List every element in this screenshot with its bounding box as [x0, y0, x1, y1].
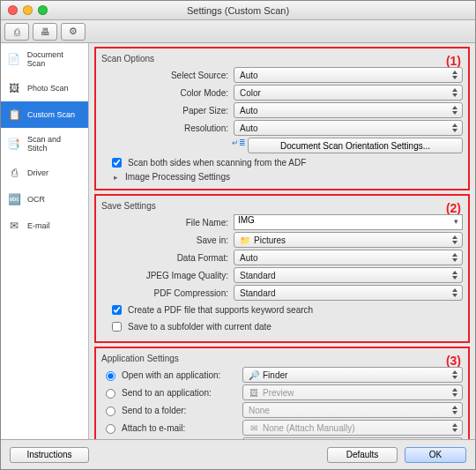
- sidebar-item-photo-scan[interactable]: 🖼Photo Scan: [1, 75, 88, 101]
- sidebar: 📄Document Scan 🖼Photo Scan 📋Custom Scan …: [1, 43, 89, 439]
- annotation-3: (3): [446, 354, 461, 368]
- attach-email-dropdown[interactable]: ✉None (Attach Manually): [242, 420, 463, 436]
- pdf-keyword-search-checkbox[interactable]: Create a PDF file that supports keyword …: [108, 302, 463, 317]
- driver-icon: ⎙: [6, 167, 22, 179]
- sidebar-item-label: Scan and Stitch: [27, 135, 83, 153]
- email-icon: ✉: [6, 220, 22, 232]
- pdf-compression-dropdown[interactable]: Standard: [234, 285, 463, 301]
- save-subfolder-checkbox[interactable]: Save to a subfolder with current date: [108, 319, 463, 334]
- ok-button[interactable]: OK: [405, 447, 466, 463]
- sidebar-item-driver[interactable]: ⎙Driver: [1, 160, 88, 186]
- minimize-icon[interactable]: [23, 5, 33, 15]
- select-source-dropdown[interactable]: Auto: [234, 67, 463, 83]
- close-icon[interactable]: [8, 5, 18, 15]
- image-processing-disclosure[interactable]: ▸Image Processing Settings: [114, 172, 463, 182]
- open-with-app-radio[interactable]: Open with an application:: [101, 369, 220, 381]
- photo-icon: 🖼: [6, 82, 22, 94]
- paper-size-dropdown[interactable]: Auto: [234, 102, 463, 118]
- defaults-button[interactable]: Defaults: [327, 447, 398, 463]
- sidebar-item-label: Document Scan: [27, 50, 83, 68]
- sidebar-item-email[interactable]: ✉E-mail: [1, 213, 88, 239]
- sidebar-item-ocr[interactable]: 🔤OCR: [1, 186, 88, 213]
- file-name-input[interactable]: IMG: [234, 214, 463, 230]
- custom-icon: 📋: [6, 108, 22, 121]
- zoom-icon[interactable]: [38, 5, 48, 15]
- resolution-dropdown[interactable]: Auto: [234, 120, 463, 136]
- content-area: (1) Scan Options Select Source:Auto Colo…: [89, 43, 475, 439]
- sidebar-item-label: OCR: [27, 195, 45, 204]
- data-format-dropdown[interactable]: Auto: [234, 250, 463, 265]
- application-settings-title: Application Settings: [101, 354, 463, 363]
- sidebar-item-label: Photo Scan: [27, 84, 69, 93]
- sidebar-item-custom-scan[interactable]: 📋Custom Scan: [1, 101, 88, 128]
- save-settings-title: Save Settings: [101, 201, 463, 211]
- preview-icon: 🖼: [249, 387, 259, 398]
- save-in-dropdown[interactable]: 📁Pictures: [234, 232, 463, 248]
- titlebar: Settings (Custom Scan): [1, 1, 475, 20]
- finder-icon: 🔎: [249, 369, 259, 380]
- mail-icon: ✉: [249, 422, 259, 433]
- send-to-folder-radio[interactable]: Send to a folder:: [101, 404, 186, 416]
- tab-general-settings[interactable]: ⚙: [61, 23, 86, 41]
- sidebar-item-scan-and-stitch[interactable]: 📑Scan and Stitch: [1, 128, 88, 160]
- annotation-2: (2): [446, 201, 461, 215]
- sidebar-item-label: E-mail: [27, 221, 50, 230]
- instructions-button[interactable]: Instructions: [10, 447, 89, 463]
- ocr-icon: 🔤: [6, 193, 22, 205]
- window-title: Settings (Custom Scan): [1, 5, 475, 16]
- tab-scan-from-computer[interactable]: ⎙: [4, 23, 29, 41]
- send-to-app-radio[interactable]: Send to an application:: [101, 386, 212, 399]
- stitch-icon: 📑: [6, 138, 22, 150]
- application-settings-group: (3) Application Settings Open with an ap…: [94, 347, 470, 439]
- orientation-settings-button[interactable]: Document Scan Orientation Settings...: [248, 138, 463, 153]
- orientation-icon: ↵≣: [234, 138, 244, 148]
- footer: Instructions Defaults OK: [1, 439, 475, 469]
- start-ocr-dropdown[interactable]: 📝Output to Text: [242, 437, 463, 439]
- disclosure-icon: ▸: [114, 173, 118, 182]
- color-mode-dropdown[interactable]: Color: [234, 85, 463, 101]
- file-name-label: File Name:: [101, 218, 234, 228]
- scan-both-sides-checkbox[interactable]: Scan both sides when scanning from the A…: [108, 155, 463, 170]
- paper-size-label: Paper Size:: [101, 106, 234, 116]
- folder-icon: 📁: [240, 235, 250, 245]
- scan-options-group: (1) Scan Options Select Source:Auto Colo…: [94, 47, 470, 190]
- select-source-label: Select Source:: [101, 71, 234, 80]
- pdf-compression-label: PDF Compression:: [101, 288, 234, 298]
- jpeg-quality-label: JPEG Image Quality:: [101, 271, 234, 280]
- open-with-app-dropdown[interactable]: 🔎Finder: [242, 367, 463, 383]
- resolution-label: Resolution:: [101, 123, 234, 133]
- document-icon: 📄: [6, 53, 22, 65]
- jpeg-quality-dropdown[interactable]: Standard: [234, 267, 463, 283]
- settings-window: Settings (Custom Scan) ⎙ 🖶 ⚙ 📄Document S…: [0, 0, 476, 470]
- color-mode-label: Color Mode:: [101, 88, 234, 98]
- send-to-folder-dropdown[interactable]: None: [242, 402, 463, 418]
- save-in-label: Save in:: [101, 235, 234, 245]
- attach-email-radio[interactable]: Attach to e-mail:: [101, 422, 185, 434]
- tab-scan-from-panel[interactable]: 🖶: [33, 23, 57, 41]
- scan-options-title: Scan Options: [101, 54, 463, 63]
- sidebar-item-document-scan[interactable]: 📄Document Scan: [1, 43, 88, 75]
- save-settings-group: (2) Save Settings File Name:IMG Save in:…: [94, 194, 470, 343]
- sidebar-item-label: Driver: [27, 168, 48, 177]
- toolbar: ⎙ 🖶 ⚙: [1, 20, 475, 43]
- annotation-1: (1): [446, 54, 461, 68]
- data-format-label: Data Format:: [101, 253, 234, 263]
- sidebar-item-label: Custom Scan: [27, 110, 75, 119]
- send-to-app-dropdown[interactable]: 🖼Preview: [242, 384, 463, 400]
